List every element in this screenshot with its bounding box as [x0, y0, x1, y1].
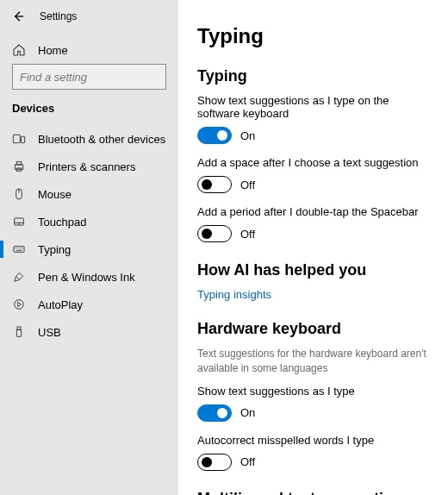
- keyboard-icon: [12, 242, 26, 256]
- section-title: Typing: [197, 67, 429, 85]
- sidebar-item-label: Printers & scanners: [38, 160, 135, 173]
- sidebar-home[interactable]: Home: [0, 36, 178, 64]
- mouse-icon: [12, 187, 26, 201]
- svg-rect-4: [15, 165, 22, 169]
- svg-point-18: [22, 248, 22, 248]
- svg-point-15: [16, 248, 17, 248]
- section-title: How AI has helped you: [197, 261, 429, 279]
- devices-icon: [12, 132, 26, 146]
- pen-icon: [12, 270, 26, 284]
- sidebar-item-printers[interactable]: Printers & scanners: [0, 153, 178, 180]
- toggle-state: Off: [240, 179, 255, 191]
- home-icon: [12, 43, 26, 57]
- sidebar-item-autoplay[interactable]: AutoPlay: [0, 291, 178, 318]
- sidebar-item-typing[interactable]: Typing: [0, 235, 178, 263]
- printer-icon: [12, 160, 26, 173]
- toggle-state: On: [240, 406, 255, 419]
- arrow-left-icon: [11, 9, 25, 23]
- sidebar-item-label: Mouse: [38, 188, 72, 201]
- search-wrap: [0, 64, 178, 102]
- setting-label: Add a space after I choose a text sugges…: [197, 156, 429, 169]
- toggle-autocorrect[interactable]: [197, 454, 232, 471]
- sidebar-item-label: Pen & Windows Ink: [38, 271, 135, 284]
- link-typing-insights[interactable]: Typing insights: [197, 288, 271, 301]
- setting-label: Show text suggestions as I type on the s…: [197, 94, 429, 120]
- sidebar-item-usb[interactable]: USB: [0, 318, 178, 346]
- toggle-sw-suggestions[interactable]: [197, 127, 232, 144]
- section-title: Hardware keyboard: [197, 320, 429, 338]
- setting-hw-suggestions: Show text suggestions as I type On: [197, 385, 429, 422]
- sidebar-item-pen[interactable]: Pen & Windows Ink: [0, 263, 178, 291]
- titlebar: Settings: [0, 9, 178, 36]
- search-box[interactable]: [12, 64, 166, 90]
- autoplay-icon: [12, 298, 26, 311]
- sidebar-item-label: AutoPlay: [38, 298, 83, 311]
- page-title: Typing: [197, 24, 429, 48]
- sidebar: Settings Home Devices Bluetooth & other …: [0, 0, 178, 495]
- setting-add-space: Add a space after I choose a text sugges…: [197, 156, 429, 193]
- section-typing: Typing Show text suggestions as I type o…: [197, 67, 429, 242]
- setting-label: Add a period after I double-tap the Spac…: [197, 205, 429, 218]
- section-ai: How AI has helped you Typing insights: [197, 261, 429, 301]
- touchpad-icon: [12, 215, 26, 229]
- section-help: Text suggestions for the hardware keyboa…: [197, 347, 429, 376]
- svg-rect-12: [14, 247, 24, 253]
- svg-point-16: [18, 248, 19, 248]
- back-button[interactable]: [10, 9, 26, 24]
- toggle-state: Off: [240, 455, 255, 468]
- usb-icon: [12, 325, 26, 339]
- toggle-hw-suggestions[interactable]: [197, 404, 232, 422]
- sidebar-item-label: USB: [38, 326, 61, 339]
- toggle-state: On: [240, 129, 255, 142]
- sidebar-item-label: Touchpad: [38, 216, 86, 229]
- sidebar-item-mouse[interactable]: Mouse: [0, 180, 178, 208]
- svg-rect-2: [13, 135, 20, 142]
- sidebar-item-bluetooth[interactable]: Bluetooth & other devices: [0, 125, 178, 153]
- svg-rect-3: [22, 136, 25, 142]
- svg-point-19: [15, 300, 24, 310]
- setting-label: Autocorrect misspelled words I type: [197, 434, 429, 447]
- svg-point-17: [20, 248, 21, 248]
- toggle-add-space[interactable]: [197, 176, 232, 193]
- main-content: Typing Typing Show text suggestions as I…: [178, 0, 448, 495]
- svg-rect-20: [17, 327, 21, 329]
- search-input[interactable]: [20, 71, 165, 84]
- app-title: Settings: [40, 10, 77, 22]
- svg-rect-5: [16, 162, 21, 165]
- sidebar-item-label: Typing: [38, 243, 71, 256]
- sidebar-item-label: Bluetooth & other devices: [38, 133, 165, 146]
- svg-rect-21: [16, 329, 21, 336]
- section-hardware-keyboard: Hardware keyboard Text suggestions for t…: [197, 320, 429, 471]
- sidebar-home-label: Home: [38, 44, 68, 57]
- toggle-add-period[interactable]: [197, 225, 232, 242]
- toggle-state: Off: [240, 228, 255, 241]
- section-title: Multilingual text suggestions: [197, 490, 429, 495]
- setting-label: Show text suggestions as I type: [197, 385, 429, 398]
- setting-autocorrect: Autocorrect misspelled words I type Off: [197, 434, 429, 471]
- setting-add-period: Add a period after I double-tap the Spac…: [197, 205, 429, 242]
- sidebar-item-touchpad[interactable]: Touchpad: [0, 208, 178, 235]
- section-multilingual: Multilingual text suggestions Show text …: [197, 490, 429, 495]
- svg-point-14: [15, 248, 16, 248]
- sidebar-category: Devices: [0, 102, 178, 125]
- setting-sw-suggestions: Show text suggestions as I type on the s…: [197, 94, 429, 144]
